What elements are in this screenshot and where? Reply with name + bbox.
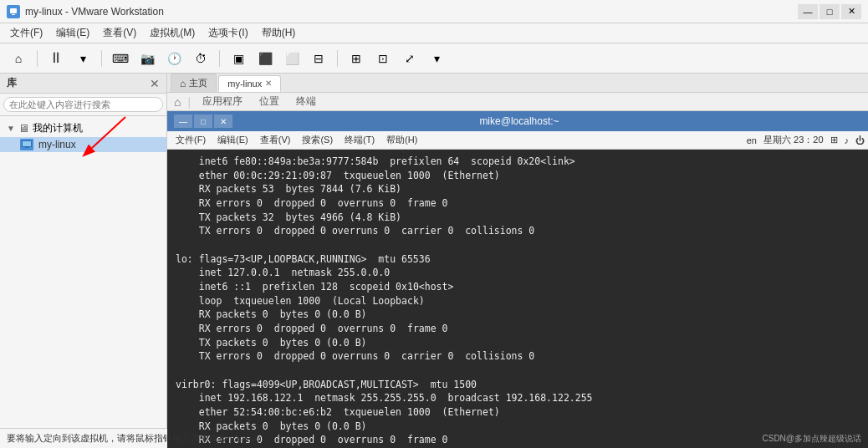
toolbar-dropdown2-button[interactable]: ▾ bbox=[425, 48, 448, 69]
vm-toolbar-separator: | bbox=[187, 95, 191, 109]
toolbar-snapshot-button[interactable]: 🕐 bbox=[162, 48, 186, 69]
home-tab-icon: ⌂ bbox=[180, 78, 186, 89]
sidebar-tree-root[interactable]: ▼ 🖥 我的计算机 bbox=[0, 120, 166, 137]
vm-toolbar-home-icon[interactable]: ⌂ bbox=[174, 95, 181, 109]
svg-rect-1 bbox=[10, 8, 17, 13]
close-button[interactable]: ✕ bbox=[841, 4, 861, 19]
vm-menu-terminal[interactable]: 终端(T) bbox=[340, 133, 380, 147]
tab-vm-label: my-linux bbox=[227, 79, 262, 89]
toolbar-power2-button[interactable]: ⬛ bbox=[253, 48, 277, 69]
csdn-watermark: CSDN@多加点辣超级说话 bbox=[763, 433, 862, 445]
vm-menu-help[interactable]: 帮助(H) bbox=[381, 133, 422, 147]
toolbar-dropdown-button[interactable]: ▾ bbox=[71, 48, 94, 69]
toolbar-display-button[interactable]: ⊞ bbox=[345, 48, 368, 69]
toolbar-home-button[interactable]: ⌂ bbox=[7, 48, 30, 69]
vm-toolbar-bar: ⌂ | 应用程序 位置 终端 bbox=[167, 93, 868, 111]
tab-close-button[interactable]: ✕ bbox=[265, 79, 272, 88]
toolbar-snapshot2-button[interactable]: ⏱ bbox=[189, 48, 212, 69]
search-input[interactable] bbox=[3, 97, 163, 112]
toolbar: ⌂ ⏸ ▾ ⌨ 📷 🕐 ⏱ ▣ ⬛ ⬜ ⊟ ⊞ ⊡ ⤢ ▾ bbox=[0, 43, 868, 74]
svg-rect-2 bbox=[12, 14, 15, 15]
sidebar-title: 库 bbox=[7, 76, 17, 90]
main-layout: 库 ✕ ▼ 🖥 我的计算机 my-linux bbox=[0, 74, 868, 428]
app-icon bbox=[7, 5, 20, 18]
status-text: 要将输入定向到该虚拟机，请将鼠标指针移入其中或按 Ctrl+G。 bbox=[7, 432, 763, 445]
toolbar-separator-2 bbox=[101, 50, 102, 67]
menu-edit[interactable]: 编辑(E) bbox=[49, 24, 96, 42]
vm-toolbar-apps[interactable]: 应用程序 bbox=[197, 93, 248, 110]
vm-net-icon: ⊞ bbox=[830, 135, 838, 145]
menu-help[interactable]: 帮助(H) bbox=[255, 24, 303, 42]
toolbar-screenshot-button[interactable]: 📷 bbox=[135, 48, 159, 69]
menu-file[interactable]: 文件(F) bbox=[3, 24, 49, 42]
toolbar-vm-button[interactable]: ⬜ bbox=[280, 48, 304, 69]
toolbar-separator-4 bbox=[337, 50, 338, 67]
tab-bar: ⌂ 主页 my-linux ✕ bbox=[167, 74, 868, 93]
toolbar-send-ctrl-button[interactable]: ⌨ bbox=[109, 48, 132, 69]
vm-icon bbox=[20, 139, 33, 150]
vm-power-icon: ⏻ bbox=[855, 135, 865, 145]
computer-icon: 🖥 bbox=[18, 122, 29, 135]
terminal-content: inet6 fe80::849a:be3a:9777:584b prefixle… bbox=[176, 155, 860, 448]
toolbar-separator-3 bbox=[219, 50, 220, 67]
vm-menu-edit[interactable]: 编辑(E) bbox=[212, 133, 253, 147]
sidebar-tree-item-my-linux[interactable]: my-linux bbox=[0, 137, 166, 152]
menu-tabs[interactable]: 选项卡(I) bbox=[202, 24, 254, 42]
tab-home-label: 主页 bbox=[189, 77, 207, 89]
vm-menu-bar: 文件(F) 编辑(E) 查看(V) 搜索(S) 终端(T) 帮助(H) en 星… bbox=[167, 131, 868, 150]
title-bar: my-linux - VMware Workstation — □ ✕ bbox=[0, 0, 868, 23]
terminal[interactable]: inet6 fe80::849a:be3a:9777:584b prefixle… bbox=[167, 150, 868, 448]
sidebar-vm-label: my-linux bbox=[38, 139, 76, 150]
vm-window-controls: — □ ✕ bbox=[174, 115, 232, 128]
vm-lang: en bbox=[747, 135, 757, 145]
vm-window-title: mike@localhost:~ bbox=[232, 115, 806, 127]
sidebar-close-button[interactable]: ✕ bbox=[150, 77, 160, 90]
svg-rect-4 bbox=[23, 141, 31, 146]
toolbar-display2-button[interactable]: ⊡ bbox=[371, 48, 395, 69]
sidebar-header: 库 ✕ bbox=[0, 74, 166, 94]
toolbar-fullscreen-button[interactable]: ⤢ bbox=[398, 48, 421, 69]
window-title: my-linux - VMware Workstation bbox=[25, 6, 798, 18]
vm-menu-file[interactable]: 文件(F) bbox=[171, 133, 211, 147]
vm-close-button[interactable]: ✕ bbox=[214, 115, 232, 128]
toolbar-power-button[interactable]: ▣ bbox=[227, 48, 250, 69]
toolbar-vm2-button[interactable]: ⊟ bbox=[307, 48, 330, 69]
window-controls: — □ ✕ bbox=[798, 4, 861, 19]
vm-status-info: en 星期六 23：20 ⊞ ♪ ⏻ bbox=[747, 134, 865, 146]
vm-window: — □ ✕ mike@localhost:~ 文件(F) 编辑(E) 查看(V)… bbox=[167, 111, 868, 448]
tab-my-linux[interactable]: my-linux ✕ bbox=[218, 75, 281, 92]
vm-maximize-button[interactable]: □ bbox=[194, 115, 212, 128]
toolbar-separator-1 bbox=[37, 50, 38, 67]
menu-vm[interactable]: 虚拟机(M) bbox=[143, 24, 202, 42]
vm-menu-search[interactable]: 搜索(S) bbox=[297, 133, 338, 147]
menu-bar: 文件(F) 编辑(E) 查看(V) 虚拟机(M) 选项卡(I) 帮助(H) bbox=[0, 23, 868, 43]
vm-menu-view[interactable]: 查看(V) bbox=[255, 133, 296, 147]
tree-root-label: 我的计算机 bbox=[33, 121, 83, 135]
svg-rect-5 bbox=[25, 147, 28, 148]
search-bar bbox=[0, 94, 166, 116]
vm-minimize-button[interactable]: — bbox=[174, 115, 192, 128]
maximize-button[interactable]: □ bbox=[819, 4, 840, 19]
vm-toolbar-location[interactable]: 位置 bbox=[254, 93, 284, 110]
content-area: ⌂ 主页 my-linux ✕ ⌂ | 应用程序 位置 终端 — □ ✕ bbox=[167, 74, 868, 428]
expand-arrow-icon: ▼ bbox=[7, 124, 15, 133]
vm-title-bar: — □ ✕ mike@localhost:~ bbox=[167, 111, 868, 131]
tab-home[interactable]: ⌂ 主页 bbox=[171, 74, 217, 92]
sidebar-tree: ▼ 🖥 我的计算机 my-linux bbox=[0, 116, 166, 428]
minimize-button[interactable]: — bbox=[798, 4, 818, 19]
vm-datetime: 星期六 23：20 bbox=[763, 134, 824, 146]
vm-toolbar-terminal[interactable]: 终端 bbox=[291, 93, 321, 110]
sidebar: 库 ✕ ▼ 🖥 我的计算机 my-linux bbox=[0, 74, 167, 428]
menu-view[interactable]: 查看(V) bbox=[96, 24, 143, 42]
toolbar-pause-button[interactable]: ⏸ bbox=[44, 48, 68, 69]
vm-vol-icon: ♪ bbox=[845, 135, 850, 145]
